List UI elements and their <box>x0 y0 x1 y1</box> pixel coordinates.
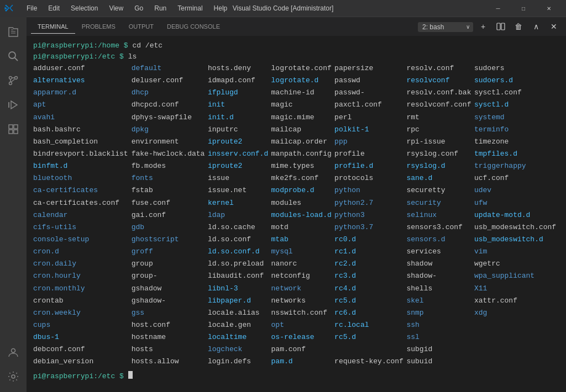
window-controls: ─ □ ✕ <box>485 0 562 17</box>
ls-item: skel <box>406 295 474 308</box>
ls-item: issue <box>208 173 271 185</box>
svg-point-0 <box>9 52 15 59</box>
svg-rect-9 <box>9 130 13 134</box>
ls-table: adduser.conf default hosts.deny logrotat… <box>33 63 559 369</box>
ls-item: default <box>132 63 208 75</box>
table-row: debconf.conf hosts logcheck pam.conf sub… <box>33 344 559 356</box>
ls-item: fuse.conf <box>132 198 208 210</box>
table-row: apt dhcpcd.conf init magic paxctl.conf r… <box>33 99 559 112</box>
shell-selector[interactable]: 2: bash 1: bash <box>418 22 473 32</box>
ls-item: login.defs <box>208 356 271 368</box>
menu-go[interactable]: Go <box>130 3 148 13</box>
maximize-button[interactable]: □ <box>511 0 536 17</box>
ls-item: alternatives <box>33 75 132 87</box>
ls-item: hosts.allow <box>132 356 208 368</box>
tab-debug-console[interactable]: DEBUG CONSOLE <box>160 20 227 34</box>
ls-item: ca-certificates <box>33 185 132 197</box>
ls-item: apparmor.d <box>33 87 132 99</box>
svg-rect-14 <box>501 23 505 30</box>
ls-item: rmt <box>406 112 474 124</box>
terminal-controls: 2: bash 1: bash + 🗑 ∧ ✕ <box>418 20 562 33</box>
tab-problems[interactable]: PROBLEMS <box>75 20 122 34</box>
ls-item: console-setup <box>33 234 132 246</box>
ls-item: ldap <box>208 210 271 222</box>
ls-item: triggerhappy <box>474 161 559 173</box>
terminal-panel-tabs: TERMINAL PROBLEMS OUTPUT DEBUG CONSOLE 2… <box>27 17 566 36</box>
tab-output[interactable]: OUTPUT <box>122 20 160 34</box>
menu-help[interactable]: Help <box>209 3 232 13</box>
ls-item: gss <box>132 308 208 320</box>
ls-item: motd <box>271 222 335 234</box>
maximize-panel-button[interactable]: ∧ <box>528 20 544 33</box>
ls-item: opt <box>271 320 335 332</box>
close-panel-button[interactable]: ✕ <box>546 20 562 33</box>
svg-rect-7 <box>9 125 13 129</box>
ls-item: wpa_supplicant <box>474 271 559 283</box>
ls-item: cron.monthly <box>33 283 132 295</box>
table-row: avahi dphys-swapfile init.d magic.mime p… <box>33 112 559 124</box>
ls-item: machine-id <box>271 87 335 99</box>
activity-account-icon[interactable] <box>2 341 24 363</box>
menu-terminal[interactable]: Terminal <box>173 3 207 13</box>
ls-item: python2.7 <box>334 198 406 210</box>
activity-source-control-icon[interactable] <box>2 70 24 92</box>
window-title: Visual Studio Code [Administrator] <box>233 4 334 12</box>
terminal-content[interactable]: pi@raspberrypi:/home $ cd /etc pi@raspbe… <box>27 36 566 392</box>
ls-item: mtab <box>271 234 335 246</box>
ls-item: groff <box>132 246 208 258</box>
ls-item: bluetooth <box>33 173 132 185</box>
svg-point-11 <box>12 349 15 353</box>
menu-file[interactable]: File <box>22 3 41 13</box>
cmd-1: cd /etc <box>128 40 163 51</box>
table-row: bash_completion environment iproute2 mai… <box>33 136 559 149</box>
table-row: cron.d groff ld.so.conf.d mysql rc1.d se… <box>33 246 559 258</box>
activity-bar <box>0 17 27 392</box>
table-row: ca-certificates fstab issue.net modprobe… <box>33 185 559 197</box>
menu-view[interactable]: View <box>104 3 128 13</box>
ls-item: sysctl.conf <box>474 87 559 99</box>
activity-extensions-icon[interactable] <box>2 118 24 140</box>
tab-terminal[interactable]: TERMINAL <box>31 20 75 34</box>
new-terminal-button[interactable]: + <box>475 20 491 33</box>
ls-item: mailcap.order <box>271 136 335 149</box>
ls-item: hosts.deny <box>208 63 271 75</box>
activity-search-icon[interactable] <box>2 45 24 67</box>
ls-item: tmpfiles.d <box>474 149 559 161</box>
activity-settings-icon[interactable] <box>2 365 24 388</box>
ls-item: resolvconf <box>406 75 474 87</box>
ls-item: gshadow- <box>132 295 208 308</box>
menu-selection[interactable]: Selection <box>66 3 102 13</box>
minimize-button[interactable]: ─ <box>485 0 511 17</box>
ls-item: nanorc <box>271 258 335 271</box>
ls-item <box>474 344 559 356</box>
ls-item: wgetrc <box>474 258 559 271</box>
ls-item: iproute2 <box>208 136 271 149</box>
ls-item: usb_modeswitch.d <box>474 234 559 246</box>
activity-run-icon[interactable] <box>2 94 24 116</box>
ls-item: group <box>132 258 208 271</box>
ls-item: ssl <box>406 332 474 344</box>
kill-terminal-button[interactable]: 🗑 <box>511 20 526 33</box>
ls-item: networks <box>271 295 335 308</box>
ls-item: fonts <box>132 173 208 185</box>
split-terminal-button[interactable] <box>493 20 509 33</box>
ls-item: python <box>334 185 406 197</box>
ls-item: ca-certificates.conf <box>33 198 132 210</box>
menu-run[interactable]: Run <box>150 3 171 13</box>
activity-bar-bottom <box>2 341 24 392</box>
activity-files-icon[interactable] <box>2 21 24 43</box>
table-row: cron.monthly gshadow libnl-3 network rc4… <box>33 283 559 295</box>
ls-item: logcheck <box>208 344 271 356</box>
vscode-logo <box>4 4 13 13</box>
ls-item: terminfo <box>474 124 559 136</box>
ls-item: X11 <box>474 283 559 295</box>
ls-item: vim <box>474 246 559 258</box>
ls-item: services <box>406 246 474 258</box>
ls-item <box>474 320 559 332</box>
svg-rect-13 <box>497 23 500 30</box>
ls-item: rsyslog.d <box>406 161 474 173</box>
ls-item: locale.alias <box>208 308 271 320</box>
menu-edit[interactable]: Edit <box>44 3 64 13</box>
ls-item: fake-hwclock.data <box>132 149 208 161</box>
close-button[interactable]: ✕ <box>536 0 562 17</box>
